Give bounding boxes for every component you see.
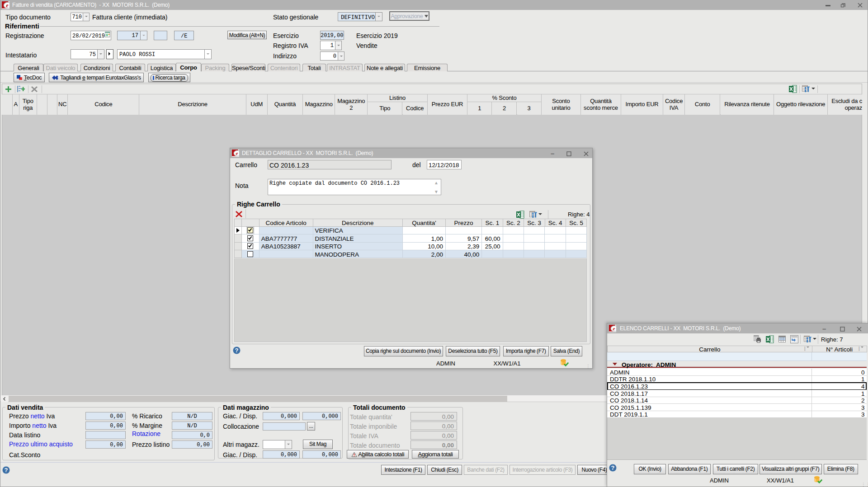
svg-text:?: ? <box>611 464 615 471</box>
svg-text:e: e <box>6 2 9 9</box>
svg-text:e: e <box>236 150 238 156</box>
svg-text:?: ? <box>5 467 8 473</box>
svg-text:?: ? <box>235 347 239 354</box>
svg-text:e: e <box>613 326 615 331</box>
